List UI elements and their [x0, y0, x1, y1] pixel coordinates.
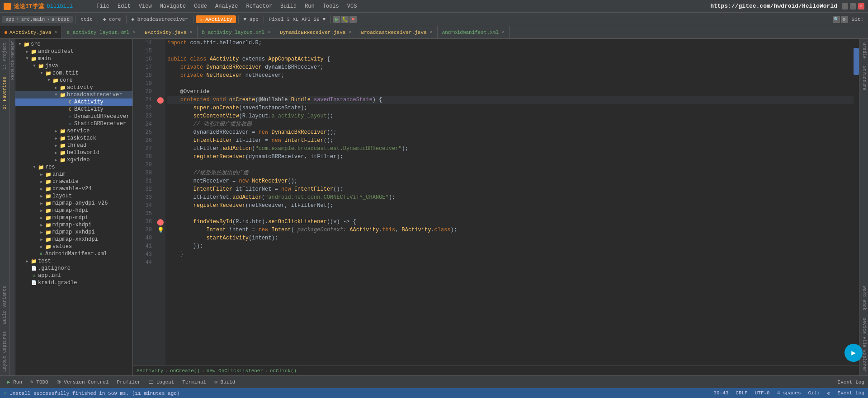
code-lines[interactable]: import com.ttit.helloworld.R; public cla…	[165, 39, 854, 365]
event-log-button[interactable]: Event Log	[838, 379, 864, 385]
bc-new-onclicklistener[interactable]: new OnClickListener	[207, 368, 263, 374]
tree-helloworld[interactable]: ▶ 📁 helloworld	[15, 149, 132, 156]
tab-todo[interactable]: ✎ TODO	[27, 378, 52, 386]
tree-aactivity[interactable]: C AActivity	[15, 98, 132, 106]
status-linesep[interactable]: CRLF	[736, 390, 747, 396]
tab-bactivity-java[interactable]: BActivity.java ×	[140, 26, 197, 38]
tree-drawable-v24[interactable]: ▶ 📁 drawable-v24	[15, 185, 132, 192]
tree-comttit[interactable]: ▼ 📁 com.ttit	[15, 70, 132, 77]
maximize-button[interactable]: □	[850, 3, 856, 9]
status-position[interactable]: 39:43	[713, 390, 728, 396]
tree-service[interactable]: ▶ 📁 service	[15, 127, 132, 135]
toolbar-git[interactable]: Git:	[849, 16, 866, 23]
panel-favorites[interactable]: 2: Favorites	[1, 73, 9, 113]
status-indent[interactable]: 4 spaces	[777, 390, 801, 396]
toolbar-ttit[interactable]: ttit	[78, 16, 95, 23]
tree-taskstack[interactable]: ▶ 📁 taskstack	[15, 135, 132, 142]
panel-gradle[interactable]: Gradle	[859, 39, 868, 62]
tree-test[interactable]: ▶ 📁 test	[15, 258, 132, 265]
debug-button[interactable]: 🐛	[341, 16, 349, 23]
menu-navigate[interactable]: Navigate	[156, 2, 190, 10]
menu-view[interactable]: View	[135, 2, 156, 10]
menu-analyze[interactable]: Analyze	[212, 2, 241, 10]
panel-word-book[interactable]: Word Book	[859, 282, 868, 314]
menu-refactor[interactable]: Refactor	[243, 2, 276, 10]
tab-androidmanifest-xml[interactable]: AndroidManifest.xml ×	[438, 26, 509, 38]
toolbar-project-breadcrumb[interactable]: app › src.main › a:test	[2, 16, 73, 23]
tree-mipmap-hdpi[interactable]: ▶ 📁 mipmap-hdpi	[15, 207, 132, 214]
stop-button[interactable]: ■	[349, 16, 357, 23]
menu-edit[interactable]: Edit	[114, 2, 134, 10]
menu-file[interactable]: File	[93, 2, 113, 10]
tree-gitignore[interactable]: 📄 .gitignore	[15, 265, 132, 272]
project-tree[interactable]: ▼ 📁 src ▶ 📁 androidTest ▼ 📁 main ▼ 📁 jav…	[15, 39, 133, 375]
tab-a-layout-xml[interactable]: a_activity_layout.xml ×	[62, 26, 140, 38]
tree-mipmap-xxhdpi[interactable]: ▶ 📁 mipmap-xxhdpi	[15, 229, 132, 236]
tab-broadcastreceiver-java[interactable]: BroadcastReceiver.java ×	[356, 26, 437, 38]
resource-manager-label[interactable]: Resource Manager	[10, 39, 15, 81]
menu-run[interactable]: Run	[301, 2, 318, 10]
tree-kraid[interactable]: 📄 kraid.gradle	[15, 279, 132, 286]
tab-terminal[interactable]: Terminal	[179, 379, 210, 386]
tab-close-a-layout[interactable]: ×	[132, 30, 135, 35]
bc-onclick[interactable]: onClick()	[270, 368, 297, 374]
tab-b-layout-xml[interactable]: b_activity_layout.xml ×	[198, 26, 276, 38]
bilibili-float-button[interactable]: ▶	[844, 344, 863, 362]
tab-build[interactable]: ⚙ Build	[211, 378, 239, 386]
minimize-button[interactable]: −	[842, 3, 848, 9]
status-event-log[interactable]: Event Log	[838, 390, 864, 396]
menu-vcs[interactable]: VCS	[344, 2, 361, 10]
tree-dynamicbrreceiver[interactable]: ○ DynamicBRReceiver	[15, 113, 132, 120]
tab-close-aactivity[interactable]: ×	[54, 30, 57, 35]
toolbar-broadcastreceiver[interactable]: ◆ broadcastreceiver	[129, 15, 191, 23]
toolbar-emulator[interactable]: Pixel 3 XL API 29 ▼	[266, 16, 328, 23]
tab-dynamicbrreceiver[interactable]: DynamicBRReceiver.java ×	[275, 26, 356, 38]
tree-broadcastreceiver[interactable]: ▼ 📁 broadcastreceiver	[15, 91, 132, 98]
scroll-thumb[interactable]	[854, 48, 859, 75]
tree-values[interactable]: ▶ 📁 values	[15, 243, 132, 250]
tab-run[interactable]: ▶ Run	[4, 378, 26, 386]
tree-mipmap-mdpi[interactable]: ▶ 📁 mipmap-mdpi	[15, 214, 132, 221]
toolbar-app-dropdown[interactable]: ▼ app	[241, 16, 261, 23]
tree-thread[interactable]: ▶ 📁 thread	[15, 142, 132, 149]
tree-xgvideo[interactable]: ▶ 📁 xgvideo	[15, 156, 132, 164]
tab-aactivity-java[interactable]: AActivity.java ×	[0, 26, 62, 38]
panel-build-variants[interactable]: Build Variants	[1, 282, 9, 328]
panel-structure[interactable]: Structure	[859, 62, 868, 94]
menu-code[interactable]: Code	[190, 2, 211, 10]
tree-mipmap-anydpi[interactable]: ▶ 📁 mipmap-anydpi-v26	[15, 200, 132, 207]
search-button[interactable]: 🔍	[833, 16, 840, 23]
run-button[interactable]: ▶	[333, 16, 340, 23]
tree-src[interactable]: ▼ 📁 src	[15, 41, 132, 48]
tab-close-dynamicbrreceiver[interactable]: ×	[349, 30, 351, 35]
panel-project[interactable]: 1: Project	[1, 39, 9, 73]
tab-close-b-layout[interactable]: ×	[268, 30, 270, 35]
tree-mipmap-xhdpi[interactable]: ▶ 📁 mipmap-xhdpi	[15, 221, 132, 229]
tree-androidmanifest[interactable]: ≡ AndroidManifest.xml	[15, 250, 132, 258]
tree-androidtest[interactable]: ▶ 📁 androidTest	[15, 48, 132, 55]
tree-appiml[interactable]: ◇ app.iml	[15, 272, 132, 279]
tab-profiler[interactable]: Profiler	[113, 379, 144, 386]
settings-button[interactable]: ⚙	[841, 16, 848, 23]
tree-main[interactable]: ▼ 📁 main	[15, 55, 132, 62]
tree-activity[interactable]: ▶ 📁 activity	[15, 84, 132, 91]
tree-anim[interactable]: ▶ 📁 anim	[15, 171, 132, 178]
tree-mipmap-xxxhdpi[interactable]: ▶ 📁 mipmap-xxxhdpi	[15, 236, 132, 243]
tab-close-androidmanifest[interactable]: ×	[502, 30, 505, 35]
tab-close-broadcastreceiver[interactable]: ×	[430, 30, 433, 35]
tab-close-bactivity[interactable]: ×	[190, 30, 193, 35]
tree-res[interactable]: ▼ 📁 res	[15, 164, 132, 171]
tree-java[interactable]: ▼ 📁 java	[15, 62, 132, 70]
menu-build[interactable]: Build	[277, 2, 300, 10]
bc-aactivity[interactable]: AActivity	[137, 368, 163, 374]
menu-tools[interactable]: Tools	[319, 2, 343, 10]
status-encoding[interactable]: UTF-8	[755, 390, 770, 396]
tab-logcat[interactable]: ☰ Logcat	[145, 378, 178, 386]
panel-device-file-explorer[interactable]: Device File Explorer	[859, 314, 868, 375]
close-button[interactable]: ×	[858, 3, 864, 9]
tree-bactivity[interactable]: C BActivity	[15, 106, 132, 113]
toolbar-core[interactable]: ◆ core	[100, 15, 124, 23]
bc-oncreate[interactable]: onCreate()	[170, 368, 200, 374]
tree-layout[interactable]: ▶ 📁 layout	[15, 192, 132, 200]
tree-core[interactable]: ▼ 📁 core	[15, 77, 132, 84]
